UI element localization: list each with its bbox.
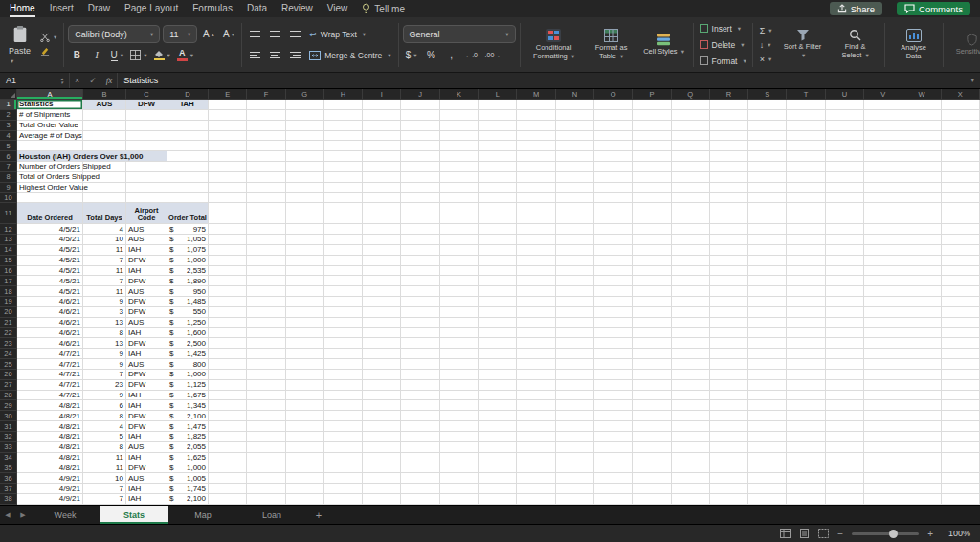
- cell-K18[interactable]: [440, 286, 479, 297]
- cell-Q26[interactable]: [672, 370, 710, 380]
- cell-T33[interactable]: [787, 442, 825, 453]
- cell-G16[interactable]: [286, 266, 324, 277]
- row-header-28[interactable]: 28: [0, 391, 17, 401]
- cell-M9[interactable]: [517, 183, 555, 193]
- cell-F6[interactable]: [247, 151, 285, 162]
- cell-I20[interactable]: [363, 307, 401, 318]
- cell-U7[interactable]: [826, 162, 864, 172]
- cell-M14[interactable]: [517, 245, 555, 256]
- cell-D15[interactable]: $1,000: [167, 256, 209, 266]
- cell-X15[interactable]: [942, 256, 980, 266]
- cell-N17[interactable]: [556, 276, 594, 286]
- cell-E37[interactable]: [209, 484, 247, 494]
- cell-E33[interactable]: [209, 442, 247, 453]
- column-header-F[interactable]: F: [247, 89, 285, 100]
- cell-I34[interactable]: [363, 453, 401, 463]
- cell-M31[interactable]: [517, 421, 555, 432]
- cell-B3[interactable]: [83, 121, 126, 131]
- cell-M17[interactable]: [517, 276, 555, 286]
- cell-A29[interactable]: 4/8/21: [17, 400, 83, 411]
- cell-W12[interactable]: [902, 224, 941, 235]
- cell-P27[interactable]: [633, 380, 671, 391]
- cell-G27[interactable]: [286, 380, 324, 391]
- cell-W33[interactable]: [902, 442, 941, 453]
- cell-W7[interactable]: [902, 162, 941, 172]
- cell-V1[interactable]: [864, 100, 902, 110]
- cell-H5[interactable]: [324, 141, 363, 151]
- cell-O3[interactable]: [594, 121, 633, 131]
- cell-R25[interactable]: [710, 359, 748, 370]
- cell-C32[interactable]: IAH: [126, 432, 167, 442]
- cell-J3[interactable]: [401, 121, 439, 131]
- cell-A12[interactable]: 4/5/21: [17, 224, 83, 235]
- cell-R15[interactable]: [710, 256, 748, 266]
- cell-H24[interactable]: [324, 349, 363, 359]
- sheet-nav-next-icon[interactable]: ▶: [15, 506, 31, 524]
- cell-P7[interactable]: [633, 162, 671, 172]
- row-header-30[interactable]: 30: [0, 411, 17, 421]
- cell-K30[interactable]: [440, 411, 479, 421]
- cell-W14[interactable]: [902, 245, 941, 256]
- cell-D12[interactable]: $975: [167, 224, 209, 235]
- add-sheet-button[interactable]: +: [306, 506, 331, 524]
- cell-F33[interactable]: [247, 442, 285, 453]
- cell-C2[interactable]: [126, 110, 167, 121]
- cell-F19[interactable]: [247, 297, 285, 307]
- cell-N27[interactable]: [556, 380, 594, 391]
- cell-V17[interactable]: [864, 276, 902, 286]
- cell-U27[interactable]: [826, 380, 864, 391]
- cell-I24[interactable]: [363, 349, 401, 359]
- cell-T13[interactable]: [787, 235, 825, 245]
- column-header-W[interactable]: W: [902, 89, 941, 100]
- cell-G15[interactable]: [286, 256, 324, 266]
- format-as-table-button[interactable]: Format as Table ▾: [587, 27, 636, 62]
- column-header-S[interactable]: S: [748, 89, 787, 100]
- cell-X3[interactable]: [942, 121, 980, 131]
- increase-decimal-button[interactable]: ←.0: [463, 46, 480, 64]
- cell-D35[interactable]: $1,000: [167, 463, 209, 474]
- cell-W29[interactable]: [902, 400, 941, 411]
- cell-H26[interactable]: [324, 370, 363, 380]
- cell-D32[interactable]: $1,825: [167, 432, 209, 442]
- cell-O35[interactable]: [594, 463, 633, 474]
- cell-R18[interactable]: [710, 286, 748, 297]
- cell-L16[interactable]: [479, 266, 517, 277]
- cell-J9[interactable]: [401, 183, 439, 193]
- cell-L32[interactable]: [479, 432, 517, 442]
- cell-C22[interactable]: IAH: [126, 328, 167, 339]
- cell-U13[interactable]: [826, 235, 864, 245]
- cell-S33[interactable]: [748, 442, 787, 453]
- row-header-34[interactable]: 34: [0, 453, 17, 463]
- cell-U32[interactable]: [826, 432, 864, 442]
- cell-R32[interactable]: [710, 432, 748, 442]
- cell-S18[interactable]: [748, 286, 787, 297]
- cell-I11[interactable]: [363, 203, 401, 224]
- cell-K1[interactable]: [440, 100, 479, 110]
- cell-W31[interactable]: [902, 421, 941, 432]
- comma-format-button[interactable]: ,: [443, 46, 460, 64]
- cell-N38[interactable]: [556, 494, 594, 505]
- cell-T19[interactable]: [787, 297, 825, 307]
- cell-U23[interactable]: [826, 338, 864, 349]
- cell-D18[interactable]: $950: [167, 286, 209, 297]
- cell-B2[interactable]: [83, 110, 126, 121]
- cell-A37[interactable]: 4/9/21: [17, 484, 83, 494]
- cell-A13[interactable]: 4/5/21: [17, 235, 83, 245]
- tell-me[interactable]: Tell me: [362, 3, 405, 14]
- cell-A18[interactable]: 4/5/21: [17, 286, 83, 297]
- cell-F21[interactable]: [247, 318, 285, 328]
- cell-P24[interactable]: [633, 349, 671, 359]
- cell-K28[interactable]: [440, 391, 479, 401]
- row-header-25[interactable]: 25: [0, 359, 17, 370]
- cell-U36[interactable]: [826, 473, 864, 484]
- cell-H20[interactable]: [324, 307, 363, 318]
- cell-X30[interactable]: [942, 411, 980, 421]
- column-header-B[interactable]: B: [83, 89, 126, 100]
- cell-X4[interactable]: [942, 131, 980, 142]
- cell-R34[interactable]: [710, 453, 748, 463]
- cell-C14[interactable]: IAH: [126, 245, 167, 256]
- cell-R28[interactable]: [710, 391, 748, 401]
- cell-T20[interactable]: [787, 307, 825, 318]
- cell-T37[interactable]: [787, 484, 825, 494]
- cell-Q30[interactable]: [672, 411, 710, 421]
